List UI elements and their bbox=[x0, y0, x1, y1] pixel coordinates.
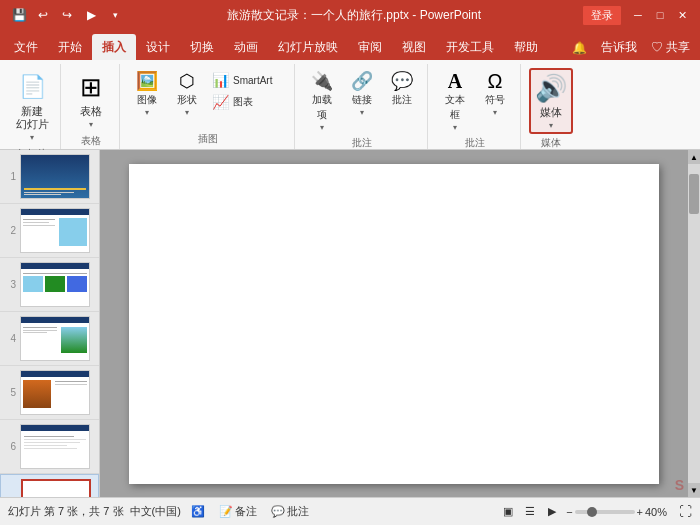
notes-label: 备注 bbox=[235, 504, 257, 519]
title-bar: 💾 ↩ ↪ ▶ ▾ 旅游散文记录：一个人的旅行.pptx - PowerPoin… bbox=[0, 0, 700, 30]
view-buttons: ▣ ☰ ▶ bbox=[498, 503, 562, 521]
slide-thumb-5 bbox=[20, 370, 90, 415]
new-slide-button[interactable]: 📄 新建幻灯片 ▾ bbox=[10, 68, 54, 145]
close-button[interactable]: ✕ bbox=[672, 6, 692, 24]
link-icon: 🔗 bbox=[351, 70, 373, 92]
image-button[interactable]: 🖼️ 图像 ▾ bbox=[128, 68, 166, 119]
media-button[interactable]: 🔊 媒体 ▾ bbox=[529, 68, 573, 134]
zoom-in-btn[interactable]: + bbox=[637, 506, 643, 518]
smartart-chart-group: 📊 SmartArt 📈 图表 bbox=[208, 68, 288, 112]
comment-icon: 💬 bbox=[391, 70, 413, 92]
tab-review[interactable]: 审阅 bbox=[348, 34, 392, 60]
share-label[interactable]: ♡ 共享 bbox=[645, 37, 696, 58]
comments-icon: 💬 bbox=[271, 505, 285, 518]
slide-item-2[interactable]: 2 bbox=[0, 204, 99, 258]
slide-thumb-4 bbox=[20, 316, 90, 361]
shape-icon: ⬡ bbox=[179, 70, 195, 92]
save-quick-btn[interactable]: 💾 bbox=[8, 4, 30, 26]
window-title: 旅游散文记录：一个人的旅行.pptx - PowerPoint bbox=[126, 7, 582, 24]
symbol-label: 符号 bbox=[485, 93, 505, 107]
table-arrow: ▾ bbox=[89, 120, 93, 129]
slide-item-4[interactable]: 4 bbox=[0, 312, 99, 366]
chart-button[interactable]: 📈 图表 bbox=[208, 92, 288, 112]
symbol-button[interactable]: Ω 符号 ▾ bbox=[476, 68, 514, 119]
illustrations-group-items: 🖼️ 图像 ▾ ⬡ 形状 ▾ 📊 SmartArt 📈 图表 bbox=[128, 64, 288, 130]
ribbon-content: 📄 新建幻灯片 ▾ 幻灯片 ⊞ 表格 ▾ 表格 🖼️ 图像 ▾ ⬡ bbox=[0, 60, 700, 150]
slide-item-7[interactable]: 7 bbox=[0, 474, 99, 497]
scrollbar-up-btn[interactable]: ▲ bbox=[688, 150, 700, 164]
zoom-out-btn[interactable]: − bbox=[566, 506, 572, 518]
tab-design[interactable]: 设计 bbox=[136, 34, 180, 60]
table-group-items: ⊞ 表格 ▾ bbox=[69, 64, 113, 132]
slide-number-3: 3 bbox=[4, 279, 16, 290]
media-arrow: ▾ bbox=[549, 121, 553, 130]
slide-item-5[interactable]: 5 bbox=[0, 366, 99, 420]
tab-help[interactable]: 帮助 bbox=[504, 34, 548, 60]
present-quick-btn[interactable]: ▶ bbox=[80, 4, 102, 26]
login-button[interactable]: 登录 bbox=[582, 5, 622, 26]
scrollbar-thumb[interactable] bbox=[689, 174, 699, 214]
chart-label: 图表 bbox=[233, 95, 253, 109]
notes-btn[interactable]: 📝 备注 bbox=[215, 503, 261, 520]
zoom-percent[interactable]: 40% bbox=[645, 506, 675, 518]
slide-thumb-2 bbox=[20, 208, 90, 253]
zoom-slider[interactable] bbox=[575, 510, 635, 514]
table-group-label: 表格 bbox=[81, 132, 101, 151]
tab-transitions[interactable]: 切换 bbox=[180, 34, 224, 60]
notification-icon[interactable]: 🔔 bbox=[566, 39, 593, 57]
slides-group-items: 📄 新建幻灯片 ▾ bbox=[10, 64, 54, 145]
textbox-label: 文本 bbox=[445, 93, 465, 107]
tab-insert[interactable]: 插入 bbox=[92, 34, 136, 60]
link-button[interactable]: 🔗 链接 ▾ bbox=[343, 68, 381, 119]
scrollbar-down-btn[interactable]: ▼ bbox=[688, 483, 700, 497]
slide-panel[interactable]: 1 2 bbox=[0, 150, 100, 497]
ribbon-group-table: ⊞ 表格 ▾ 表格 bbox=[63, 64, 120, 149]
language-indicator[interactable]: 中文(中国) bbox=[130, 504, 181, 519]
symbol-icon: Ω bbox=[488, 70, 503, 92]
comments-btn[interactable]: 💬 批注 bbox=[267, 503, 313, 520]
smartart-button[interactable]: 📊 SmartArt bbox=[208, 70, 288, 90]
slide-number-6: 6 bbox=[4, 441, 16, 452]
addin-button[interactable]: 🔌 加载 项 ▾ bbox=[303, 68, 341, 134]
tell-me-label[interactable]: 告诉我 bbox=[595, 37, 643, 58]
table-button[interactable]: ⊞ 表格 ▾ bbox=[69, 68, 113, 132]
shape-button[interactable]: ⬡ 形状 ▾ bbox=[168, 68, 206, 119]
tab-developer[interactable]: 开发工具 bbox=[436, 34, 504, 60]
maximize-button[interactable]: □ bbox=[650, 6, 670, 24]
slide-number-4: 4 bbox=[4, 333, 16, 344]
image-icon: 🖼️ bbox=[136, 70, 158, 92]
minimize-button[interactable]: ─ bbox=[628, 6, 648, 24]
media-label: 媒体 bbox=[540, 106, 562, 119]
tab-home[interactable]: 开始 bbox=[48, 34, 92, 60]
customize-quick-btn[interactable]: ▾ bbox=[104, 4, 126, 26]
slide-info: 幻灯片 第 7 张，共 7 张 bbox=[8, 504, 124, 519]
shape-label: 形状 bbox=[177, 93, 197, 107]
new-slide-arrow: ▾ bbox=[30, 133, 34, 142]
notes-icon: 📝 bbox=[219, 505, 233, 518]
tab-view[interactable]: 视图 bbox=[392, 34, 436, 60]
main-area: 1 2 bbox=[0, 150, 700, 497]
outline-view-btn[interactable]: ☰ bbox=[520, 503, 540, 521]
tab-animations[interactable]: 动画 bbox=[224, 34, 268, 60]
new-slide-icon: 📄 bbox=[16, 71, 48, 103]
vertical-scrollbar[interactable]: ▲ ▼ bbox=[688, 150, 700, 497]
slide-thumb-1 bbox=[20, 154, 90, 199]
textbox-button[interactable]: A 文本 框 ▾ bbox=[436, 68, 474, 134]
tab-file[interactable]: 文件 bbox=[4, 34, 48, 60]
slide-item-6[interactable]: 6 bbox=[0, 420, 99, 474]
normal-view-btn[interactable]: ▣ bbox=[498, 503, 518, 521]
undo-quick-btn[interactable]: ↩ bbox=[32, 4, 54, 26]
title-bar-left: 💾 ↩ ↪ ▶ ▾ bbox=[8, 4, 126, 26]
tab-slideshow[interactable]: 幻灯片放映 bbox=[268, 34, 348, 60]
fit-slide-btn[interactable]: ⛶ bbox=[679, 504, 692, 519]
slide-item-1[interactable]: 1 bbox=[0, 150, 99, 204]
slide-item-3[interactable]: 3 bbox=[0, 258, 99, 312]
zoom-slider-thumb bbox=[587, 507, 597, 517]
smartart-label: SmartArt bbox=[233, 75, 272, 86]
ribbon-group-media: 🔊 媒体 ▾ 媒体 bbox=[523, 64, 579, 149]
redo-quick-btn[interactable]: ↪ bbox=[56, 4, 78, 26]
slideshow-view-btn[interactable]: ▶ bbox=[542, 503, 562, 521]
ribbon-group-links: 🔌 加载 项 ▾ 🔗 链接 ▾ 💬 批注 批注 bbox=[297, 64, 428, 149]
comment-button[interactable]: 💬 批注 bbox=[383, 68, 421, 109]
accessibility-btn[interactable]: ♿ bbox=[187, 504, 209, 519]
